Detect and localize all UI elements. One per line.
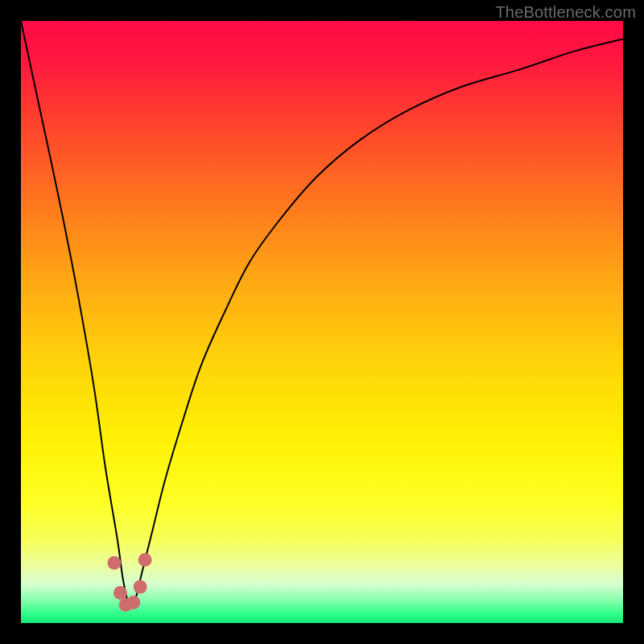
marker-dot xyxy=(126,596,140,609)
marker-dot xyxy=(107,556,121,570)
bottleneck-chart xyxy=(21,21,623,623)
marker-dot xyxy=(114,586,127,600)
plot-area xyxy=(21,21,623,623)
attribution-text: TheBottleneck.com xyxy=(495,3,636,22)
marker-dot xyxy=(134,580,147,594)
outer-frame: TheBottleneck.com xyxy=(0,0,644,644)
gradient-background xyxy=(21,21,623,623)
marker-dot xyxy=(138,553,152,567)
